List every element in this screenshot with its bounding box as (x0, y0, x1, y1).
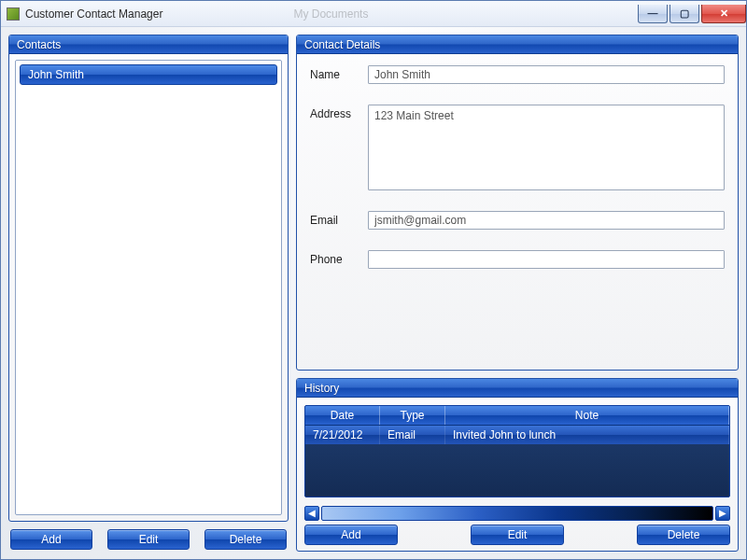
details-header: Contact Details (297, 35, 738, 54)
history-row[interactable]: 7/21/2012 Email Invited John to lunch (305, 426, 729, 444)
history-button-row: Add Edit Delete (297, 525, 738, 551)
name-label: Name (310, 65, 360, 81)
contacts-button-row: Add Edit Delete (8, 527, 289, 552)
scroll-track[interactable] (321, 506, 713, 521)
history-date: 7/21/2012 (305, 426, 380, 444)
history-columns: Date Type Note (305, 406, 729, 426)
contacts-add-button[interactable]: Add (10, 529, 92, 550)
history-scrollbar: ◀ ▶ (304, 505, 730, 521)
email-field[interactable] (368, 211, 725, 230)
ghost-background-text: My Documents (293, 7, 368, 21)
contacts-edit-button[interactable]: Edit (107, 529, 190, 550)
titlebar[interactable]: Customer Contact Manager My Documents — … (1, 1, 746, 27)
history-delete-button[interactable]: Delete (637, 525, 730, 545)
contacts-delete-button[interactable]: Delete (204, 529, 287, 550)
history-note: Invited John to lunch (445, 426, 729, 444)
phone-label: Phone (310, 250, 360, 266)
right-column: Contact Details Name Address 123 Main St… (296, 35, 739, 552)
window-controls: — ▢ ✕ (638, 5, 746, 23)
col-date[interactable]: Date (305, 406, 380, 425)
history-add-button[interactable]: Add (304, 525, 398, 545)
history-grid: Date Type Note 7/21/2012 Email Invited J… (304, 405, 730, 497)
contact-name: John Smith (28, 68, 84, 81)
contacts-header: Contacts (9, 35, 288, 54)
left-column: Contacts John Smith Add Edit Delete (8, 35, 289, 552)
history-edit-button[interactable]: Edit (471, 525, 564, 545)
contacts-list[interactable]: John Smith (15, 60, 282, 515)
history-empty-area (305, 444, 729, 497)
maximize-button[interactable]: ▢ (669, 5, 699, 23)
close-button[interactable]: ✕ (701, 5, 746, 23)
address-field[interactable]: 123 Main Street (368, 105, 725, 190)
contacts-panel: Contacts John Smith (8, 35, 289, 522)
scroll-right-icon[interactable]: ▶ (715, 506, 730, 521)
app-window: Customer Contact Manager My Documents — … (0, 0, 747, 560)
name-field[interactable] (368, 65, 725, 84)
details-form: Name Address 123 Main Street Email Phone (297, 54, 738, 276)
history-type: Email (380, 426, 445, 444)
minimize-button[interactable]: — (638, 5, 668, 23)
history-header: History (297, 379, 738, 398)
contact-row[interactable]: John Smith (20, 64, 277, 85)
col-note[interactable]: Note (445, 406, 729, 425)
history-panel: History Date Type Note 7/21/2012 Email I… (296, 378, 739, 552)
phone-field[interactable] (368, 250, 725, 269)
client-area: Contacts John Smith Add Edit Delete Cont… (1, 27, 746, 559)
details-panel: Contact Details Name Address 123 Main St… (296, 35, 739, 371)
scroll-left-icon[interactable]: ◀ (304, 506, 319, 521)
address-label: Address (310, 105, 360, 120)
email-label: Email (310, 211, 360, 227)
col-type[interactable]: Type (380, 406, 445, 425)
app-icon (7, 7, 20, 21)
window-title: Customer Contact Manager (25, 7, 162, 21)
